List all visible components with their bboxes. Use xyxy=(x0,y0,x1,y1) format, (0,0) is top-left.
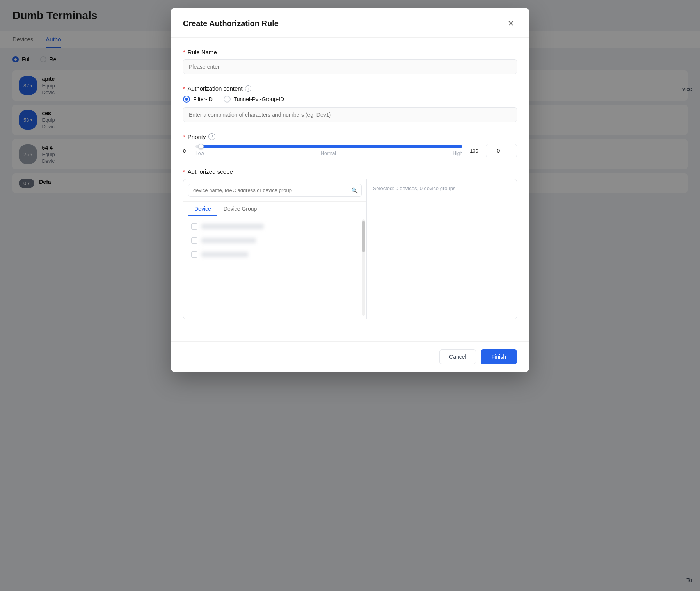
scope-tab-device-group[interactable]: Device Group xyxy=(217,202,263,216)
slider-label-high: High xyxy=(453,151,462,156)
close-icon: ✕ xyxy=(508,19,514,28)
radio-label-tunnel-pvt: Tunnel-Pvt-Group-ID xyxy=(234,96,284,102)
scope-search-area: 🔍 xyxy=(183,179,366,202)
modal-overlay: Create Authorization Rule ✕ * Rule Name … xyxy=(0,0,700,591)
list-item xyxy=(188,233,362,247)
scope-container: 🔍 Device Device Group xyxy=(183,179,517,319)
slider-max-label: 100 xyxy=(469,148,480,154)
list-item-label-3 xyxy=(201,252,248,257)
required-star-4: * xyxy=(183,168,185,175)
auth-content-radio-group: Filter-ID Tunnel-Pvt-Group-ID xyxy=(183,96,517,103)
auth-content-section: * Authorization content i Filter-ID Tunn… xyxy=(183,85,517,122)
slider-thumb[interactable] xyxy=(198,144,204,149)
finish-button[interactable]: Finish xyxy=(481,349,517,364)
radio-circle-tunnel-pvt xyxy=(224,96,231,103)
list-item-checkbox-3[interactable] xyxy=(191,251,197,258)
scope-tab-device[interactable]: Device xyxy=(188,202,217,216)
close-button[interactable]: ✕ xyxy=(505,17,517,30)
scrollbar-thumb[interactable] xyxy=(362,221,365,252)
authorized-scope-section: * Authorized scope 🔍 Device Device Group xyxy=(183,168,517,319)
scope-right-panel: Selected: 0 devices, 0 device groups xyxy=(367,179,517,319)
slider-wrapper: Low Normal High xyxy=(195,145,462,156)
cancel-button[interactable]: Cancel xyxy=(439,349,476,364)
scope-left-panel: 🔍 Device Device Group xyxy=(183,179,367,319)
slider-min-label: 0 xyxy=(183,148,189,154)
priority-section: * Priority ? 0 Low Normal High xyxy=(183,133,517,157)
slider-labels: Low Normal High xyxy=(195,151,462,156)
modal-title: Create Authorization Rule xyxy=(183,19,279,28)
scope-list xyxy=(183,216,366,319)
list-item-label-2 xyxy=(201,238,256,243)
selected-info: Selected: 0 devices, 0 device groups xyxy=(373,185,510,191)
priority-label: * Priority ? xyxy=(183,133,517,140)
modal-footer: Cancel Finish xyxy=(171,341,529,372)
rule-name-section: * Rule Name xyxy=(183,49,517,74)
list-item xyxy=(188,219,362,233)
auth-content-info-icon[interactable]: i xyxy=(245,85,251,92)
required-star-3: * xyxy=(183,134,185,140)
slider-label-normal: Normal xyxy=(321,151,336,156)
scope-search-input[interactable] xyxy=(188,184,362,197)
required-star-1: * xyxy=(183,49,185,55)
radio-circle-filter-id xyxy=(183,96,190,103)
list-item-checkbox-1[interactable] xyxy=(191,223,197,230)
priority-value-input[interactable] xyxy=(486,144,517,157)
scrollbar-track xyxy=(362,219,365,316)
auth-content-label: * Authorization content i xyxy=(183,85,517,92)
create-authorization-rule-modal: Create Authorization Rule ✕ * Rule Name … xyxy=(171,8,529,372)
authorized-scope-label: * Authorized scope xyxy=(183,168,517,175)
list-item-checkbox-2[interactable] xyxy=(191,237,197,244)
slider-track xyxy=(195,145,462,148)
auth-content-input[interactable] xyxy=(183,107,517,122)
radio-filter-id[interactable]: Filter-ID xyxy=(183,96,213,103)
slider-label-low: Low xyxy=(195,151,204,156)
list-item xyxy=(188,247,362,262)
priority-slider-container: 0 Low Normal High 100 xyxy=(183,144,517,157)
rule-name-input[interactable] xyxy=(183,59,517,74)
list-item-label-1 xyxy=(201,224,264,229)
required-star-2: * xyxy=(183,85,185,92)
radio-label-filter-id: Filter-ID xyxy=(193,96,213,102)
search-icon: 🔍 xyxy=(351,187,358,194)
modal-body: * Rule Name * Authorization content i Fi… xyxy=(171,38,529,341)
rule-name-label: * Rule Name xyxy=(183,49,517,55)
modal-header: Create Authorization Rule ✕ xyxy=(171,8,529,38)
priority-help-icon[interactable]: ? xyxy=(208,133,215,140)
radio-tunnel-pvt[interactable]: Tunnel-Pvt-Group-ID xyxy=(224,96,284,103)
scope-tabs: Device Device Group xyxy=(183,202,366,216)
